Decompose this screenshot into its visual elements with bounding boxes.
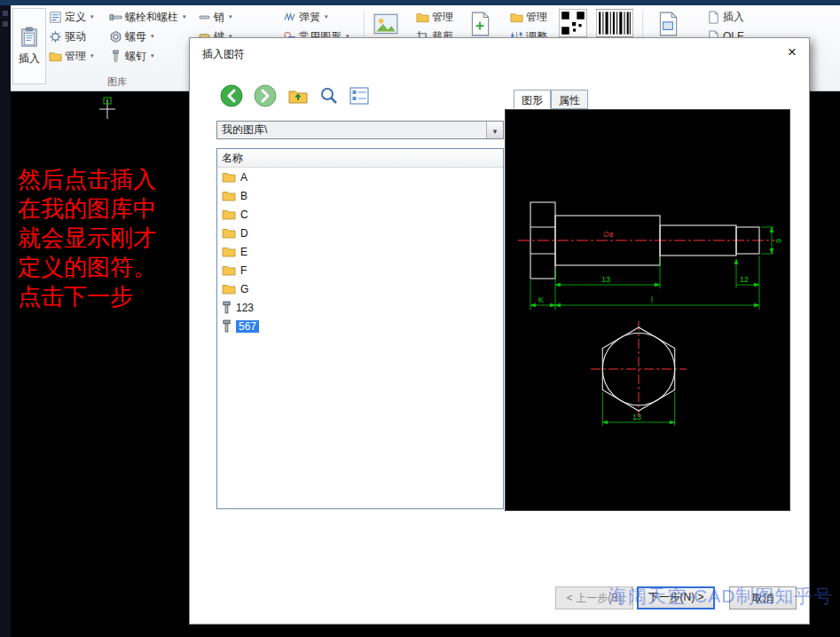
- folder-icon: [222, 264, 236, 276]
- ribbon-item-label: 销: [214, 10, 224, 25]
- back-step-button[interactable]: < 上一步(B): [555, 586, 633, 609]
- list-item-folder[interactable]: A: [217, 168, 503, 186]
- ribbon-item-manage-2[interactable]: 管理: [507, 8, 550, 26]
- folder-icon: [222, 190, 236, 201]
- ribbon-item-drive[interactable]: 驱动: [46, 28, 97, 45]
- ribbon-item-label: 插入: [723, 10, 744, 25]
- ribbon-item-manage-picture[interactable]: 管理: [413, 8, 456, 26]
- list-item-label: C: [240, 208, 248, 221]
- list-item-symbol[interactable]: 123: [217, 298, 503, 317]
- annotation-line: 定义的图符。: [18, 253, 156, 282]
- ribbon-column-library-tools: 定义 驱动 管理: [46, 8, 97, 65]
- left-strip-glyph: [3, 21, 8, 27]
- ribbon-insert-picture-button[interactable]: [373, 11, 399, 37]
- close-icon[interactable]: ×: [782, 43, 802, 62]
- ribbon-item-insert-object[interactable]: 插入: [704, 8, 747, 26]
- ribbon-item-nuts[interactable]: 螺母: [106, 28, 189, 45]
- tab-properties[interactable]: 属性: [551, 90, 588, 109]
- list-item-folder[interactable]: F: [217, 261, 503, 279]
- folder-icon: [222, 246, 236, 257]
- folder-icon: [510, 12, 523, 23]
- pin-icon: [198, 11, 211, 24]
- ribbon-item-screws[interactable]: 螺钉: [106, 47, 189, 65]
- ribbon-item-label: 定义: [65, 10, 86, 25]
- tab-graphics[interactable]: 图形: [514, 90, 551, 109]
- dim-diameter-label: 9: [774, 239, 783, 243]
- ribbon-item-bolts-studs[interactable]: 螺栓和螺柱: [106, 8, 189, 26]
- ribbon-barcode-button[interactable]: [596, 9, 633, 37]
- next-step-button[interactable]: 下一步(N) >: [637, 586, 715, 609]
- list-item-label: F: [240, 264, 247, 277]
- list-item-folder[interactable]: G: [217, 279, 503, 298]
- bolt-icon: [222, 319, 232, 333]
- dialog-title: 插入图符: [202, 47, 245, 62]
- insert-symbol-dialog: 插入图符 × 我的图库\ 名称: [189, 37, 810, 625]
- bolt-icon: [109, 11, 122, 24]
- ribbon-item-label: 管理: [65, 49, 86, 64]
- extract-symbol-icon: [467, 11, 493, 37]
- list-item-folder[interactable]: E: [217, 242, 503, 261]
- dialog-toolbar: [220, 83, 369, 109]
- annotation-line: 就会显示刚才: [18, 224, 156, 253]
- ribbon-group-label-library: 图库: [46, 75, 188, 89]
- symbol-preview-panel: ∅8 13 12 K l 9 13: [505, 109, 790, 511]
- folder-icon: [416, 12, 429, 23]
- ribbon-extract-symbol-button[interactable]: [467, 11, 493, 37]
- list-item-label: G: [240, 283, 248, 295]
- ribbon-item-label: 管理: [526, 10, 547, 25]
- back-button[interactable]: [220, 84, 243, 107]
- left-panel-strip: [0, 5, 11, 637]
- list-item-symbol-selected[interactable]: 567: [217, 317, 503, 335]
- list-item-folder[interactable]: B: [217, 186, 503, 205]
- ribbon-item-label: 驱动: [65, 29, 86, 44]
- folder-icon: [222, 227, 236, 239]
- list-item-folder[interactable]: D: [217, 224, 503, 242]
- barcode-icon: [596, 9, 633, 37]
- library-path-combobox[interactable]: 我的图库\: [216, 121, 504, 139]
- dim-length-label: l: [651, 295, 653, 304]
- forward-button[interactable]: [254, 84, 277, 107]
- up-folder-button[interactable]: [287, 85, 309, 106]
- cancel-button[interactable]: 取消: [729, 586, 797, 609]
- ribbon-item-label: 管理: [432, 10, 453, 25]
- list-column-header-name[interactable]: 名称: [217, 149, 503, 168]
- annotation-line: 然后点击插入: [18, 165, 156, 194]
- folder-icon: [49, 51, 62, 62]
- combobox-dropdown-icon[interactable]: [486, 122, 503, 138]
- ribbon-item-manage-library[interactable]: 管理: [46, 47, 97, 65]
- dim-shank-label: 13: [601, 275, 610, 284]
- ribbon-insert-symbol-button[interactable]: 插入: [12, 8, 46, 84]
- annotation-line: 点击下一步: [18, 282, 156, 311]
- spring-icon: [283, 11, 296, 24]
- left-strip-glyph: [3, 11, 8, 16]
- folder-icon: [222, 171, 236, 183]
- ribbon-item-pins[interactable]: 销: [195, 8, 235, 26]
- list-item-folder[interactable]: C: [217, 205, 503, 224]
- ribbon-item-springs[interactable]: 弹簧: [280, 8, 352, 26]
- list-item-label: A: [240, 171, 247, 184]
- symbol-list[interactable]: 名称 A B C D E F: [216, 148, 504, 509]
- application-window: 插入 定义 驱动 管理 螺栓和螺柱 螺母: [0, 0, 840, 637]
- qr-code-icon: [559, 9, 587, 37]
- folder-icon: [222, 208, 236, 220]
- ribbon-insert-label: 插入: [19, 51, 40, 67]
- tutorial-annotation: 然后点击插入 在我的图库中 就会显示刚才 定义的图符。 点击下一步: [18, 165, 156, 311]
- dim-hexwidth-label: 13: [632, 413, 641, 421]
- list-item-label: D: [240, 227, 248, 240]
- list-item-label: 123: [236, 302, 254, 314]
- search-icon[interactable]: [319, 86, 339, 106]
- ribbon-item-label: 螺母: [125, 29, 146, 44]
- ribbon-ole-object-button[interactable]: [655, 11, 681, 37]
- symbol-origin-marker: [94, 96, 121, 122]
- document-icon: [707, 11, 720, 24]
- view-mode-button[interactable]: [349, 87, 369, 105]
- dim-head-label: K: [538, 295, 544, 304]
- bolt-icon: [222, 301, 232, 314]
- ribbon-column-fasteners: 螺栓和螺柱 螺母 螺钉: [106, 8, 189, 65]
- insert-symbol-icon: [20, 27, 39, 48]
- ribbon-item-label: 螺栓和螺柱: [125, 10, 178, 25]
- list-item-label-selected: 567: [236, 320, 259, 333]
- ribbon-item-define[interactable]: 定义: [46, 8, 97, 26]
- gear-icon: [49, 30, 62, 43]
- ribbon-qrcode-button[interactable]: [559, 9, 587, 37]
